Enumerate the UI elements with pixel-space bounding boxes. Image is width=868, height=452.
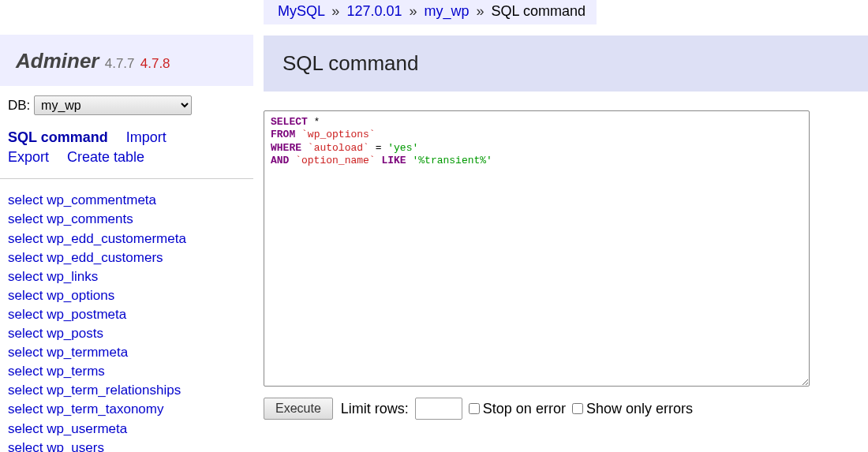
link-import[interactable]: Import <box>126 128 166 148</box>
stop-on-error-text: Stop on error <box>483 401 566 417</box>
action-links: SQL command Import Export Create table <box>0 125 253 179</box>
show-only-errors-checkbox[interactable] <box>572 403 583 414</box>
breadcrumb-db[interactable]: my_wp <box>425 3 470 19</box>
link-create-table[interactable]: Create table <box>67 148 144 167</box>
link-sql-command[interactable]: SQL command <box>8 128 108 148</box>
brand-version-latest: 4.7.8 <box>140 56 170 71</box>
table-link[interactable]: select wp_options <box>8 287 245 304</box>
table-link[interactable]: select wp_term_taxonomy <box>8 401 245 418</box>
execute-button[interactable]: Execute <box>264 398 333 420</box>
breadcrumb: MySQL » 127.0.01 » my_wp » SQL command <box>264 0 597 24</box>
limit-rows-label: Limit rows: <box>341 401 409 417</box>
limit-rows-input[interactable] <box>415 398 462 420</box>
stop-on-error-label[interactable]: Stop on error <box>469 401 566 417</box>
brand-version-latest-link[interactable]: 4.7.8 <box>140 49 170 73</box>
brand-version-current: 4.7.7 <box>105 56 135 71</box>
breadcrumb-sep: » <box>406 3 420 19</box>
sidebar: Adminer 4.7.7 4.7.8 DB: my_wp SQL comman… <box>0 0 253 452</box>
controls-row: Execute Limit rows: Stop on error Show o… <box>264 398 868 420</box>
table-link[interactable]: select wp_links <box>8 268 245 286</box>
brand-link[interactable]: Adminer <box>16 49 99 73</box>
sql-area: SELECT * FROM `wp_options` WHERE `autolo… <box>264 110 868 387</box>
db-label: DB: <box>8 98 30 113</box>
table-link[interactable]: select wp_postmeta <box>8 306 245 323</box>
brand-name: Adminer <box>16 49 99 73</box>
db-selector-row: DB: my_wp <box>0 86 253 125</box>
show-only-errors-text: Show only errors <box>586 401 693 417</box>
stop-on-error-checkbox[interactable] <box>469 403 480 414</box>
breadcrumb-sep: » <box>473 3 488 19</box>
table-link[interactable]: select wp_terms <box>8 363 245 380</box>
sql-textarea[interactable]: SELECT * FROM `wp_options` WHERE `autolo… <box>264 110 810 387</box>
table-link[interactable]: select wp_users <box>8 439 245 452</box>
main: MySQL » 127.0.01 » my_wp » SQL command S… <box>253 0 868 452</box>
table-link[interactable]: select wp_edd_customermeta <box>8 230 245 248</box>
table-link[interactable]: select wp_commentmeta <box>8 192 245 209</box>
breadcrumb-sep: » <box>328 3 342 19</box>
brand-header: Adminer 4.7.7 4.7.8 <box>0 35 253 86</box>
breadcrumb-engine[interactable]: MySQL <box>278 3 324 19</box>
show-only-errors-label[interactable]: Show only errors <box>572 401 693 417</box>
page-title: SQL command <box>282 51 849 76</box>
table-link[interactable]: select wp_termmeta <box>8 344 245 361</box>
table-link[interactable]: select wp_usermeta <box>8 420 245 438</box>
db-select[interactable]: my_wp <box>34 95 192 115</box>
table-link[interactable]: select wp_edd_customers <box>8 249 245 267</box>
table-link[interactable]: select wp_comments <box>8 211 245 228</box>
link-export[interactable]: Export <box>8 148 49 167</box>
page-title-wrap: SQL command <box>264 35 868 92</box>
table-list: select wp_commentmetaselect wp_commentss… <box>0 179 253 452</box>
table-link[interactable]: select wp_posts <box>8 325 245 342</box>
breadcrumb-page: SQL command <box>492 3 586 19</box>
breadcrumb-host[interactable]: 127.0.01 <box>346 3 402 19</box>
table-link[interactable]: select wp_term_relationships <box>8 382 245 399</box>
